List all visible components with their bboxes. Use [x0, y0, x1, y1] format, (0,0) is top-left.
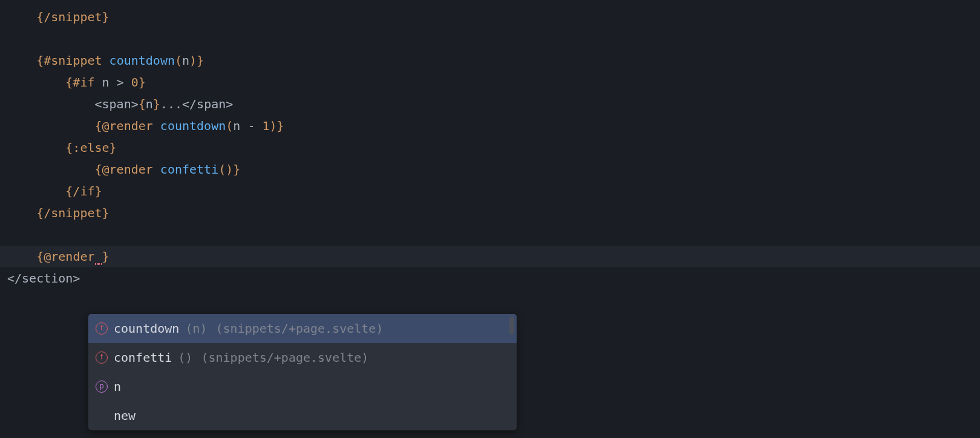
code-token: confetti	[153, 162, 218, 177]
code-token: </section>	[7, 271, 80, 286]
code-line[interactable]: <span>{n}...</span>	[0, 93, 980, 115]
autocomplete-popup[interactable]: fcountdown(n) (snippets/+page.svelte)fco…	[88, 313, 517, 431]
code-token: -	[240, 119, 262, 133]
autocomplete-item[interactable]: fconfetti() (snippets/+page.svelte)	[88, 343, 517, 372]
code-token: )	[189, 53, 197, 68]
code-token: }	[233, 162, 240, 177]
autocomplete-label: new	[114, 405, 136, 427]
autocomplete-path: (snippets/+page.svelte)	[201, 347, 368, 368]
code-line[interactable]: {#snippet countdown(n)}	[0, 50, 980, 71]
code-token: {/if}	[65, 184, 102, 198]
code-token: {:else}	[65, 140, 116, 155]
code-line[interactable]: {/snippet}	[0, 202, 980, 224]
code-token: {@render	[95, 162, 153, 177]
code-active-line[interactable]: {@render }	[0, 246, 980, 267]
code-token: ()	[218, 162, 233, 177]
code-line[interactable]	[0, 224, 980, 246]
code-token: {	[139, 97, 146, 111]
code-token: {@render	[95, 119, 153, 133]
code-line[interactable]: {/if}	[0, 180, 980, 202]
code-token: <span>	[95, 97, 139, 111]
code-token: countdown	[102, 53, 175, 68]
code-line[interactable]: {@render confetti()}	[0, 159, 980, 180]
code-token: }	[153, 97, 160, 111]
code-token: countdown	[153, 119, 226, 133]
code-token: {#if	[65, 75, 94, 90]
autocomplete-item[interactable]: fcountdown(n) (snippets/+page.svelte)	[88, 314, 517, 343]
keyword-icon	[96, 410, 108, 422]
autocomplete-signature: ()	[178, 347, 192, 368]
code-token: }	[102, 249, 109, 264]
code-token: }	[197, 53, 204, 68]
code-line[interactable]: {:else}	[0, 137, 980, 159]
code-token: {/snippet}	[36, 206, 109, 220]
autocomplete-scrollbar-thumb[interactable]	[509, 316, 514, 335]
code-token: n	[182, 53, 189, 68]
function-icon: f	[96, 322, 108, 335]
code-token: 1	[262, 119, 269, 133]
function-icon: f	[96, 351, 108, 364]
code-line[interactable]	[0, 28, 980, 50]
code-token: </span>	[182, 97, 233, 111]
code-token: {#snippet	[36, 53, 102, 68]
code-token: (	[226, 119, 233, 133]
code-token: n	[146, 97, 153, 111]
code-editor[interactable]: {/snippet} {#snippet countdown(n)} {#if …	[0, 0, 980, 289]
code-line[interactable]: {@render countdown(n - 1)}	[0, 115, 980, 137]
code-token: 0	[131, 75, 139, 90]
autocomplete-item[interactable]: new	[88, 401, 517, 430]
code-token: {@render	[36, 249, 94, 264]
autocomplete-item[interactable]: pn	[88, 372, 517, 401]
code-line[interactable]: </section>	[0, 267, 980, 289]
code-token: n	[233, 119, 240, 133]
property-icon: p	[96, 381, 108, 393]
code-line[interactable]: {#if n > 0}	[0, 71, 980, 93]
autocomplete-label: confetti	[114, 347, 172, 368]
autocomplete-path: (snippets/+page.svelte)	[216, 318, 384, 339]
code-token: n >	[95, 75, 131, 90]
autocomplete-signature: (n)	[185, 318, 207, 339]
code-token: }	[139, 75, 146, 90]
error-squiggle	[95, 249, 102, 265]
autocomplete-scrollbar[interactable]	[509, 316, 514, 428]
code-token: (	[175, 53, 182, 68]
code-token: ...	[160, 97, 182, 111]
code-token: }	[277, 119, 284, 133]
code-token: {/snippet}	[36, 10, 109, 24]
code-line[interactable]: {/snippet}	[0, 6, 980, 28]
autocomplete-label: n	[114, 376, 121, 397]
autocomplete-label: countdown	[114, 318, 179, 339]
code-token: )	[270, 119, 277, 133]
